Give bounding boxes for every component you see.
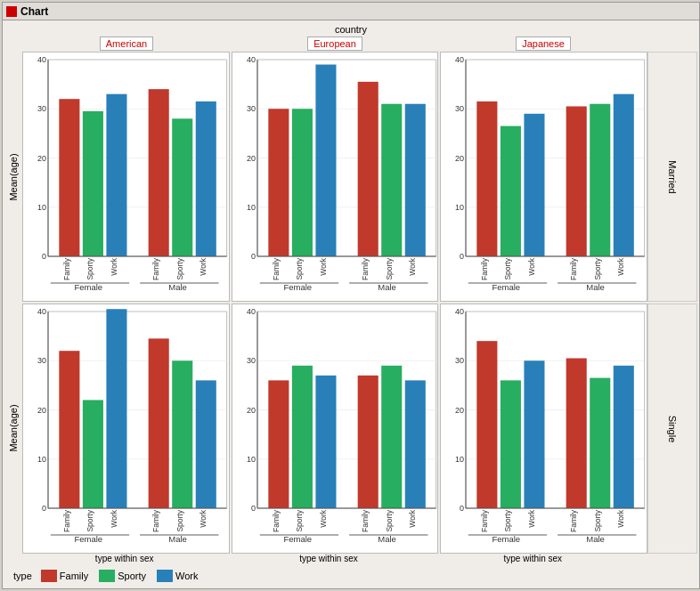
svg-text:30: 30 [247,104,256,113]
bar-chart-em: 010203040FamilySportyWorkFemaleFamilySpo… [232,53,438,301]
svg-text:20: 20 [455,406,464,415]
marital-status-area: Married Single marital status [647,52,697,554]
svg-text:Female: Female [283,534,312,544]
svg-rect-21 [172,118,192,256]
x-label-eu: type within sex [226,554,430,563]
svg-text:Sporty: Sporty [504,509,513,531]
svg-text:Male: Male [168,534,187,544]
svg-text:Female: Female [492,282,521,292]
family-label: Family [60,571,88,581]
plot-american-married: 010203040FamilySportyWorkFemaleFamilySpo… [22,52,230,302]
svg-text:Sporty: Sporty [504,257,513,279]
svg-text:Family: Family [272,509,281,532]
svg-rect-42 [292,109,313,256]
svg-text:Sporty: Sporty [384,257,393,279]
svg-text:Female: Female [492,534,521,544]
svg-text:Work: Work [319,257,328,275]
legend-label: type [13,571,32,581]
marital-single-cell: Single [647,304,697,554]
svg-text:30: 30 [455,104,464,113]
single-label: Single [667,415,678,442]
work-label: Work [175,571,198,581]
svg-text:Family: Family [361,257,370,280]
svg-text:Family: Family [62,509,71,532]
svg-text:Male: Male [168,282,187,292]
svg-text:40: 40 [247,55,256,64]
marital-married-cell: Married [647,52,697,302]
svg-text:Work: Work [408,509,417,527]
svg-rect-71 [501,126,521,256]
svg-text:Work: Work [199,257,208,275]
svg-text:Male: Male [587,534,606,544]
bar-chart-js: 010203040FamilySportyWorkFemaleFamilySpo… [441,304,647,553]
svg-text:Sporty: Sporty [175,509,184,531]
svg-text:Family: Family [480,257,489,280]
plot-japanese-single: 010203040FamilySportyWorkFemaleFamilySpo… [440,304,647,554]
y-axis-label-top: Mean(age) [8,153,19,200]
svg-text:30: 30 [37,356,46,365]
sporty-color-box [99,570,115,582]
svg-rect-166 [590,378,611,508]
svg-text:Family: Family [570,509,579,532]
svg-text:0: 0 [460,504,464,513]
svg-rect-164 [566,358,587,508]
svg-text:20: 20 [247,406,256,415]
bar-chart-as: 010203040FamilySportyWorkFemaleFamilySpo… [23,304,229,553]
svg-rect-48 [357,82,378,256]
x-axis-row: type within sex type within sex type wit… [22,554,635,563]
plot-grid: 010203040FamilySportyWorkFemaleFamilySpo… [22,52,647,554]
svg-rect-73 [525,114,545,256]
svg-text:Work: Work [110,509,118,527]
country-header-japanese: Japanese [439,36,647,51]
svg-text:Sporty: Sporty [593,257,602,279]
svg-rect-156 [477,341,498,508]
collapse-icon[interactable] [6,6,17,17]
svg-rect-135 [357,376,378,508]
svg-text:10: 10 [37,203,46,212]
svg-text:Male: Male [587,282,606,292]
svg-text:Sporty: Sporty [85,509,94,531]
svg-text:10: 10 [247,455,256,464]
svg-text:20: 20 [247,154,256,163]
svg-text:10: 10 [455,203,464,212]
svg-rect-15 [106,94,126,256]
svg-text:Work: Work [527,257,536,275]
svg-rect-69 [477,101,498,256]
svg-text:Sporty: Sporty [384,509,393,531]
svg-rect-40 [268,109,289,256]
svg-text:Work: Work [617,509,626,527]
svg-text:Family: Family [570,257,579,280]
svg-rect-11 [59,99,79,256]
svg-rect-79 [590,104,611,256]
svg-rect-23 [196,101,216,256]
svg-text:10: 10 [247,203,256,212]
svg-rect-19 [149,89,169,256]
svg-text:Sporty: Sporty [295,257,304,279]
title-bar: Chart [3,3,699,20]
svg-rect-50 [381,104,402,256]
svg-rect-127 [268,380,289,508]
svg-rect-110 [196,380,216,508]
svg-rect-77 [566,106,587,256]
bar-chart-es: 010203040FamilySportyWorkFemaleFamilySpo… [232,304,438,553]
svg-rect-13 [83,111,103,256]
svg-text:Male: Male [378,534,396,544]
svg-text:Male: Male [378,282,396,292]
plot-japanese-married: 010203040FamilySportyWorkFemaleFamilySpo… [440,52,647,302]
svg-rect-131 [315,376,336,508]
chart-title: Chart [20,5,48,18]
svg-rect-100 [83,400,103,508]
svg-text:Family: Family [151,509,160,532]
legend-family: Family [41,570,88,582]
svg-text:Female: Female [74,282,102,292]
y-axis-label-bottom: Mean(age) [8,404,19,451]
svg-rect-98 [59,351,79,508]
svg-rect-102 [106,309,126,508]
legend-sporty: Sporty [99,570,146,582]
bar-chart-am: 010203040FamilySportyWorkFemaleFamilySpo… [23,53,229,301]
svg-text:Sporty: Sporty [175,257,184,279]
married-label: Married [667,160,678,193]
svg-text:Sporty: Sporty [593,509,602,531]
bar-chart-jm: 010203040FamilySportyWorkFemaleFamilySpo… [441,53,647,301]
legend-work: Work [157,570,198,582]
